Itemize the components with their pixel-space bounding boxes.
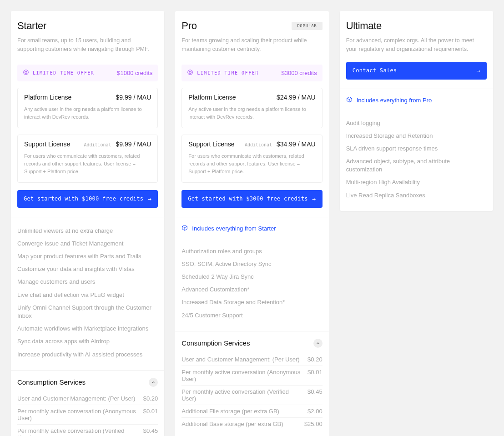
collapse-button[interactable] xyxy=(149,378,158,387)
support-license-box: Support License Additional $9.99 / MAU F… xyxy=(17,135,158,183)
feature-item: Advanced object, subtype, and attribute … xyxy=(346,155,487,176)
includes-row: Includes everything from Pro xyxy=(340,89,493,111)
credits-amount: $1000 credits xyxy=(117,70,152,76)
platform-license-label: Platform License xyxy=(188,94,236,101)
target-icon xyxy=(187,69,193,77)
price-item: Additional File storage (per extra GB)$2… xyxy=(181,405,322,418)
platform-license-desc: Any active user in the org needs a platf… xyxy=(24,105,151,121)
consumption-header: Consumption Services xyxy=(11,370,164,392)
arrow-right-icon xyxy=(477,67,480,74)
popular-badge: POPULAR xyxy=(292,22,323,30)
support-license-desc: For users who communicate with customers… xyxy=(24,152,151,175)
consumption-header: Consumption Services xyxy=(175,331,328,353)
collapse-button[interactable] xyxy=(313,339,323,348)
feature-item: Audit logging xyxy=(346,117,487,130)
price-item: Per monthly active conversation (Verifie… xyxy=(17,425,158,436)
plan-header: Pro POPULAR For teams growing and scalin… xyxy=(175,11,328,59)
feature-item: Unify Omni Channel Support through the C… xyxy=(17,301,158,322)
get-started-button[interactable]: Get started with $3000 free credits xyxy=(181,190,322,208)
feature-item: SLA driven support response times xyxy=(346,142,487,155)
support-license-label: Support License xyxy=(24,140,70,148)
platform-license-box: Platform License $9.99 / MAU Any active … xyxy=(17,88,158,128)
plan-title: Starter xyxy=(17,20,46,32)
arrow-right-icon xyxy=(312,195,316,202)
offer-bar: LIMITED TIME OFFER $3000 credits xyxy=(181,65,322,81)
consumption-title: Consumption Services xyxy=(17,378,86,386)
feature-item: 24/5 Customer Support xyxy=(181,309,322,322)
svg-point-0 xyxy=(24,70,29,75)
platform-license-box: Platform License $24.99 / MAU Any active… xyxy=(181,88,322,128)
support-license-label: Support License xyxy=(188,140,234,148)
target-icon xyxy=(23,69,29,77)
feature-item: Increased Data Storage and Retention* xyxy=(181,296,322,309)
platform-license-price: $24.99 / MAU xyxy=(277,94,316,101)
platform-license-label: Platform License xyxy=(24,94,71,101)
feature-item: Advanced Customization* xyxy=(181,283,322,296)
feature-item: Map your product features with Parts and… xyxy=(17,250,158,263)
support-license-desc: For users who communicate with customers… xyxy=(188,152,315,175)
consumption-list: User and Customer Management: (Per User)… xyxy=(175,353,328,436)
feature-item: Live Read Replica Sandboxes xyxy=(346,189,487,202)
feature-item: Increased Storage and Retention xyxy=(346,130,487,142)
plan-description: For small teams, up to 15 users, buildin… xyxy=(17,36,154,54)
includes-row: Includes everything from Starter xyxy=(175,217,328,240)
offer-text: LIMITED TIME OFFER xyxy=(33,70,94,75)
feature-item: SSO, SCIM, Active Directory Sync xyxy=(181,258,322,271)
chevron-up-icon xyxy=(316,341,320,346)
feature-item: Sync data across apps with Airdrop xyxy=(17,335,158,348)
feature-item: Increase productivity with AI assisted p… xyxy=(17,348,158,361)
feature-item: Manage customers and users xyxy=(17,276,158,288)
plan-header: Starter For small teams, up to 15 users,… xyxy=(11,11,164,59)
plan-description: For teams growing and scaling their prod… xyxy=(181,36,318,54)
cube-icon xyxy=(181,225,188,232)
price-item: User and Customer Management: (Per User)… xyxy=(17,392,158,405)
arrow-right-icon xyxy=(148,195,151,202)
plan-title: Ultimate xyxy=(346,20,382,32)
feature-item: Automate workflows with Marketplace inte… xyxy=(17,322,158,335)
chevron-up-icon xyxy=(151,380,156,385)
includes-text: Includes everything from Starter xyxy=(192,225,276,232)
feature-item: Unlimited viewers at no extra charge xyxy=(17,225,158,237)
additional-tag: Additional xyxy=(84,142,111,147)
feature-item: Converge Issue and Ticket Management xyxy=(17,237,158,250)
plan-header: Ultimate For advanced, complex orgs. All… xyxy=(340,11,493,59)
feature-item: Live chat and deflection via PLuG widget xyxy=(17,289,158,301)
plan-card-ultimate: Ultimate For advanced, complex orgs. All… xyxy=(340,11,493,211)
plan-description: For advanced, complex orgs. All the powe… xyxy=(346,36,483,54)
consumption-list: User and Customer Management: (Per User)… xyxy=(11,392,164,436)
feature-item: Customize your data and insights with Vi… xyxy=(17,263,158,276)
feature-item: Authorization roles and groups xyxy=(181,245,322,258)
price-item: Additional Base storage (per extra GB)$2… xyxy=(181,418,322,430)
plan-title: Pro xyxy=(181,20,197,32)
cta-label: Contact Sales xyxy=(353,67,397,74)
price-item: Per monthly active conversation (Anonymo… xyxy=(17,405,158,425)
feature-list: Audit logging Increased Storage and Rete… xyxy=(340,111,493,211)
support-license-price: $9.99 / MAU xyxy=(116,140,151,148)
cta-label: Get started with $3000 free credits xyxy=(188,195,307,202)
credits-amount: $3000 credits xyxy=(282,70,317,76)
platform-license-desc: Any active user in the org needs a platf… xyxy=(188,105,315,121)
svg-point-3 xyxy=(189,71,192,73)
feature-item: Scheduled 2 Way Jira Sync xyxy=(181,271,322,283)
offer-text: LIMITED TIME OFFER xyxy=(197,70,258,75)
platform-license-price: $9.99 / MAU xyxy=(116,94,151,101)
feature-list: Unlimited viewers at no extra charge Con… xyxy=(11,217,164,370)
consumption-title: Consumption Services xyxy=(181,339,250,347)
plan-card-starter: Starter For small teams, up to 15 users,… xyxy=(11,11,164,436)
svg-point-1 xyxy=(25,71,27,73)
includes-text: Includes everything from Pro xyxy=(357,97,432,104)
price-item: User and Customer Management: (Per User)… xyxy=(181,353,322,366)
support-license-box: Support License Additional $34.99 / MAU … xyxy=(181,135,322,183)
cta-label: Get started with $1000 free credits xyxy=(24,195,143,202)
get-started-button[interactable]: Get started with $1000 free credits xyxy=(17,190,158,208)
svg-point-2 xyxy=(188,70,193,75)
contact-sales-button[interactable]: Contact Sales xyxy=(346,62,487,80)
cube-icon xyxy=(346,96,353,104)
feature-item: Multi-region High Availability xyxy=(346,176,487,189)
offer-bar: LIMITED TIME OFFER $1000 credits xyxy=(17,65,158,81)
price-item: Per monthly active conversation (Anonymo… xyxy=(181,366,322,386)
additional-tag: Additional xyxy=(245,142,272,147)
feature-list: Authorization roles and groups SSO, SCIM… xyxy=(175,240,328,331)
support-license-price: $34.99 / MAU xyxy=(277,140,316,148)
price-item: Per monthly active conversation (Verifie… xyxy=(181,386,322,405)
